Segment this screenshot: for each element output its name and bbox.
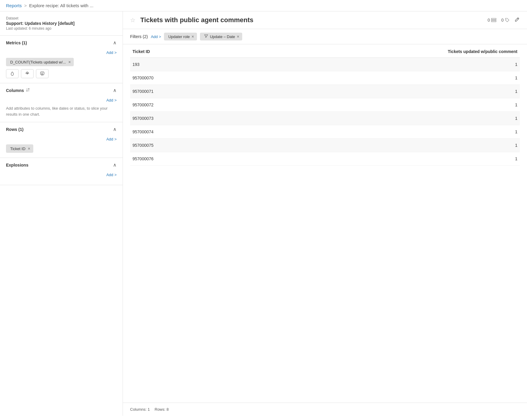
metrics-body: Add > D_COUNT(Tickets updated w/... × — [0, 48, 123, 83]
breadcrumb: Reports > Explore recipe: All tickets wi… — [0, 0, 527, 11]
metrics-chip[interactable]: D_COUNT(Tickets updated w/... × — [6, 58, 74, 66]
svg-line-8 — [517, 18, 518, 19]
footer-columns: Columns: 1 — [130, 407, 150, 412]
columns-add-link[interactable]: Add > — [6, 98, 117, 102]
dataset-name: Support: Updates History [default] — [6, 21, 117, 26]
cell-ticket-id: 957000075 — [130, 139, 231, 152]
rows-section-header[interactable]: Rows (1) ∧ — [0, 122, 123, 135]
explosions-chevron-icon: ∧ — [113, 162, 117, 168]
explosions-section-header[interactable]: Explosions ∧ — [0, 158, 123, 170]
cell-count: 1 — [231, 85, 520, 98]
filter-chip-updater-role-remove[interactable]: × — [192, 34, 194, 39]
tags-badge: 0 — [501, 18, 510, 22]
explosions-add-link[interactable]: Add > — [6, 173, 117, 177]
dataset-label: Dataset — [6, 16, 117, 20]
table-footer: Columns: 1 Rows: 8 — [123, 403, 527, 416]
cell-ticket-id: 957000070 — [130, 71, 231, 85]
cell-count: 1 — [231, 98, 520, 112]
rows-chevron-icon: ∧ — [113, 126, 117, 132]
cell-count: 1 — [231, 139, 520, 152]
filter-funnel-icon — [204, 34, 208, 39]
table-row: 193 1 — [130, 58, 520, 71]
dataset-info: Dataset Support: Updates History [defaul… — [0, 11, 123, 36]
data-table-area: Ticket ID Tickets updated w/public comme… — [123, 44, 527, 403]
cell-ticket-id: 957000072 — [130, 98, 231, 112]
metrics-chevron-icon: ∧ — [113, 40, 117, 46]
sidebar: Dataset Support: Updates History [defaul… — [0, 11, 123, 416]
cell-count: 1 — [231, 58, 520, 71]
columns-placeholder: Add attributes to columns, like dates or… — [6, 105, 117, 117]
metrics-chip-label: D_COUNT(Tickets updated w/... — [10, 60, 66, 64]
tag-icon — [505, 18, 510, 22]
breadcrumb-current: Explore recipe: All tickets with ... — [29, 3, 93, 8]
cell-ticket-id: 957000073 — [130, 112, 231, 125]
rows-chip[interactable]: Ticket ID × — [6, 144, 33, 153]
rows-badge: 0 — [487, 18, 496, 22]
cell-ticket-id: 957000071 — [130, 85, 231, 98]
columns-chevron-icon: ∧ — [113, 87, 117, 93]
filters-bar: Filters (2) Add > Updater role × Update … — [123, 29, 527, 44]
table-body: 193 1 957000070 1 957000071 1 957000072 … — [130, 58, 520, 166]
rows-title: Rows (1) — [6, 127, 23, 132]
table-row: 957000073 1 — [130, 112, 520, 125]
filter-chip-update-date-remove[interactable]: × — [237, 34, 239, 39]
tags-badge-value: 0 — [501, 18, 504, 22]
cell-count: 1 — [231, 112, 520, 125]
drop-icon-btn[interactable] — [6, 69, 19, 78]
rows-chip-remove[interactable]: × — [28, 146, 30, 151]
filter-chip-update-date-label: Update – Date — [210, 34, 235, 39]
rows-chip-label: Ticket ID — [10, 146, 25, 151]
explosions-title: Explosions — [6, 163, 28, 167]
breadcrumb-reports-link[interactable]: Reports — [6, 3, 22, 8]
filters-label: Filters (2) — [130, 34, 148, 39]
svg-point-7 — [506, 19, 507, 20]
explosions-body: Add > — [0, 170, 123, 185]
cell-count: 1 — [231, 125, 520, 139]
data-table: Ticket ID Tickets updated w/public comme… — [130, 44, 520, 166]
columns-sort-icon — [26, 88, 30, 93]
cell-count: 1 — [231, 152, 520, 166]
columns-section-header[interactable]: Columns ∧ — [0, 83, 123, 96]
table-row: 957000076 1 — [130, 152, 520, 166]
metrics-section: Metrics (1) ∧ Add > D_COUNT(Tickets upda… — [0, 36, 123, 83]
metrics-add-link[interactable]: Add > — [6, 50, 117, 55]
header-right: 0 0 — [487, 17, 520, 24]
filter-chip-updater-role[interactable]: Updater role × — [164, 33, 197, 40]
metrics-icon-row — [6, 69, 117, 78]
content-header: ☆ Tickets with public agent comments 0 0 — [123, 11, 527, 29]
rows-badge-value: 0 — [487, 18, 490, 22]
table-row: 957000074 1 — [130, 125, 520, 139]
table-row: 957000071 1 — [130, 85, 520, 98]
rows-body: Add > Ticket ID × — [0, 135, 123, 158]
col-header-ticket-id: Ticket ID — [130, 44, 231, 58]
filters-add-link[interactable]: Add > — [151, 34, 161, 39]
explosions-section: Explosions ∧ Add > — [0, 158, 123, 185]
col-header-count: Tickets updated w/public comment — [231, 44, 520, 58]
filter-chip-updater-role-label: Updater role — [168, 34, 190, 39]
dataset-updated: Last updated: 6 minutes ago — [6, 26, 117, 31]
svg-rect-5 — [491, 20, 496, 21]
table-row: 957000070 1 — [130, 71, 520, 85]
cell-count: 1 — [231, 71, 520, 85]
table-head: Ticket ID Tickets updated w/public comme… — [130, 44, 520, 58]
signal-icon-btn[interactable] — [21, 69, 34, 78]
footer-rows: Rows: 8 — [155, 407, 169, 412]
columns-section: Columns ∧ Add > Add attributes to column… — [0, 83, 123, 122]
svg-rect-4 — [491, 18, 496, 19]
cell-ticket-id: 957000074 — [130, 125, 231, 139]
columns-body: Add > Add attributes to columns, like da… — [0, 96, 123, 122]
star-icon[interactable]: ☆ — [130, 16, 135, 24]
metrics-chip-remove[interactable]: × — [68, 60, 71, 64]
rows-add-link[interactable]: Add > — [6, 137, 117, 141]
metrics-section-header[interactable]: Metrics (1) ∧ — [0, 36, 123, 48]
svg-point-0 — [27, 73, 28, 74]
filter-chip-update-date[interactable]: Update – Date × — [200, 33, 242, 40]
edit-icon[interactable] — [514, 17, 520, 24]
content-area: ☆ Tickets with public agent comments 0 0 — [123, 11, 527, 416]
cell-ticket-id: 957000076 — [130, 152, 231, 166]
table-row: 957000072 1 — [130, 98, 520, 112]
metrics-title: Metrics (1) — [6, 40, 27, 45]
chat-icon-btn[interactable] — [36, 69, 49, 78]
rows-section: Rows (1) ∧ Add > Ticket ID × — [0, 122, 123, 158]
cell-ticket-id: 193 — [130, 58, 231, 71]
